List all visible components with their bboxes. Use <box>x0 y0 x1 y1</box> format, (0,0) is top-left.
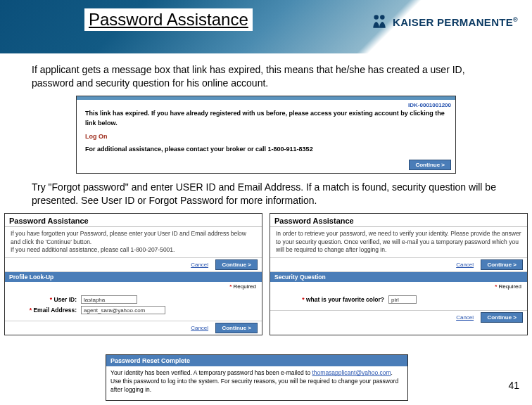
user-id-field[interactable]: lastapha <box>81 295 137 304</box>
reset-complete-panel: Password Reset Complete Your identity ha… <box>106 354 408 401</box>
security-question-panel: Password Assistance In order to retrieve… <box>270 213 528 335</box>
required-label: Required <box>499 283 521 290</box>
paragraph-1: If applicant gets a message box that lin… <box>32 63 504 90</box>
cancel-link[interactable]: Cancel <box>191 262 208 268</box>
panel-desc: If you have forgotten your Password, ple… <box>11 230 256 246</box>
required-label: Required <box>234 283 256 290</box>
continue-button[interactable]: Continue > <box>481 312 523 323</box>
reset-pre: Your identity has been verified. A tempo… <box>110 369 312 376</box>
brand-logo: KAISER PERMANENTE® <box>370 13 518 31</box>
assist-msg: For additional assistance, please contac… <box>85 144 447 154</box>
email-label: Email Address: <box>33 307 77 314</box>
continue-button[interactable]: Continue > <box>215 259 258 270</box>
panel-assist: If you need additional assistance, pleas… <box>11 246 256 254</box>
expired-msg: This link has expired. If you have alrea… <box>85 108 447 129</box>
svg-point-1 <box>380 15 385 20</box>
svg-point-0 <box>374 15 379 20</box>
user-id-label: User ID: <box>53 296 77 303</box>
section-profile-lookup: Profile Look-Up <box>5 272 262 282</box>
section-security-question: Security Question <box>270 272 527 282</box>
panel-title: Password Assistance <box>270 214 527 227</box>
security-answer-field[interactable]: pirl <box>388 295 417 304</box>
slide-header: Password Assistance KAISER PERMANENTE® <box>0 0 532 53</box>
expired-link-screenshot: IDK-0001001200 This link has expired. If… <box>76 96 456 174</box>
reset-title: Password Reset Complete <box>106 355 407 366</box>
paragraph-2: Try "Forgot password" and enter USER ID … <box>32 181 504 207</box>
continue-button[interactable]: Continue > <box>481 259 523 270</box>
lookup-panel: Password Assistance If you have forgotte… <box>4 213 262 335</box>
log-on-link[interactable]: Log On <box>85 131 447 141</box>
cancel-link[interactable]: Cancel <box>456 314 474 321</box>
email-field[interactable]: agent_sara@yahoo.com <box>81 306 165 314</box>
security-question-label: what is your favorite color? <box>306 296 384 303</box>
continue-button[interactable]: Continue > <box>215 323 258 333</box>
continue-button[interactable]: Continue > <box>409 160 451 170</box>
panel-title: Password Assistance <box>5 214 262 227</box>
brand-name: KAISER PERMANENTE® <box>393 16 518 28</box>
page-title: Password Assistance <box>84 8 253 31</box>
reset-email-link[interactable]: thomasapplicant@yahoo.com <box>312 369 391 376</box>
people-icon <box>370 13 388 31</box>
page-number: 41 <box>508 380 519 391</box>
cancel-link[interactable]: Cancel <box>191 325 208 331</box>
panel-desc: In order to retrieve your password, we n… <box>270 227 527 257</box>
ref-number: IDK-0001001200 <box>408 102 451 108</box>
cancel-link[interactable]: Cancel <box>456 262 474 268</box>
